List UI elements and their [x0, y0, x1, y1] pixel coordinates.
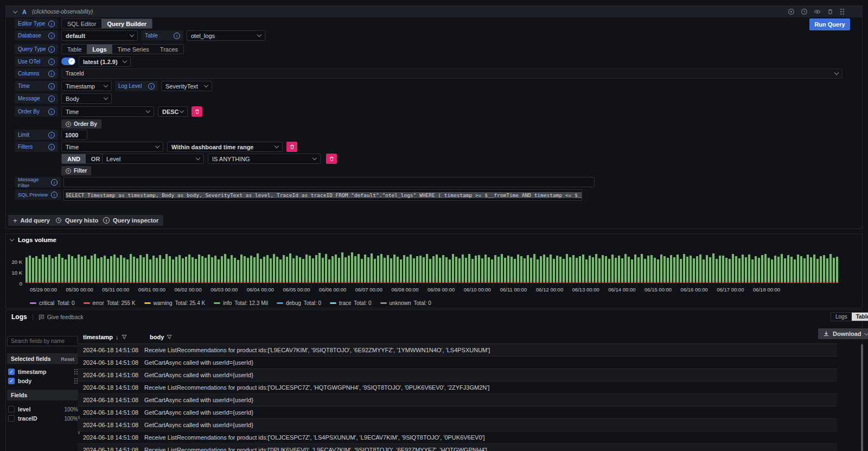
add-filter-button[interactable]: Filter	[61, 166, 91, 175]
filter2-field-select[interactable]: Level	[102, 154, 204, 164]
volume-bar	[663, 256, 666, 283]
add-query-button[interactable]: +Add query	[8, 215, 55, 226]
legend-item-debug[interactable]: debugTotal: 0	[277, 300, 321, 306]
filter1-field-select[interactable]: Time	[61, 142, 163, 152]
duplicate-query-icon[interactable]	[788, 8, 795, 15]
collapse-panel-icon[interactable]	[10, 237, 14, 241]
order-by-field-select[interactable]: Time	[61, 106, 154, 117]
reset-button[interactable]: Reset	[61, 356, 74, 362]
logs-volume-header[interactable]: Logs volume	[10, 237, 56, 243]
volume-bar	[123, 258, 125, 283]
checkbox-checked[interactable]	[8, 369, 15, 375]
search-fields-input[interactable]	[7, 336, 78, 346]
columns-multiselect[interactable]: TraceId	[61, 68, 843, 79]
info-icon[interactable]	[48, 33, 55, 39]
limit-input[interactable]	[61, 130, 87, 140]
hide-response-eye-icon[interactable]	[814, 8, 821, 15]
option-logs[interactable]: Logs	[87, 45, 112, 54]
delete-query-icon[interactable]	[827, 8, 834, 15]
info-icon[interactable]	[174, 33, 180, 39]
volume-bar	[709, 257, 711, 283]
info-icon[interactable]	[48, 96, 55, 102]
volume-bar	[494, 255, 496, 283]
query-inspector-button[interactable]: Query inspector	[98, 215, 163, 226]
chevron-down-icon	[155, 144, 159, 148]
sql-preview-code[interactable]: SELECT Timestamp as timestamp, Body as b…	[63, 189, 582, 201]
selected-field-timestamp[interactable]: timestamp	[8, 367, 78, 376]
info-icon[interactable]	[51, 179, 58, 186]
message-filter-input[interactable]	[63, 177, 595, 187]
checkbox-unchecked[interactable]	[8, 415, 15, 422]
remove-filter1-button[interactable]	[286, 142, 297, 152]
info-icon[interactable]	[48, 144, 55, 150]
filter-funnel-icon[interactable]	[167, 334, 172, 340]
run-query-button[interactable]: Run Query	[809, 18, 850, 30]
give-feedback-link[interactable]: Give feedback	[33, 314, 84, 320]
volume-bar	[553, 259, 555, 283]
legend-item-info[interactable]: infoTotal: 12.3 Mil	[214, 300, 268, 306]
volume-bar	[761, 255, 763, 283]
plus-circle-icon	[66, 122, 71, 127]
remove-order-by-button[interactable]	[192, 106, 202, 117]
view-option-table[interactable]: Table	[852, 313, 868, 321]
available-field-traceID[interactable]: traceID100%	[8, 414, 78, 423]
selected-field-body[interactable]: body	[8, 377, 78, 385]
info-icon[interactable]	[51, 192, 58, 198]
info-icon[interactable]	[48, 59, 55, 65]
option-sql-editor[interactable]: SQL Editor	[62, 19, 101, 28]
volume-bar	[100, 257, 103, 283]
filter-funnel-icon[interactable]	[122, 334, 127, 340]
message-column-select[interactable]: Body	[61, 93, 112, 104]
order-by-direction-select[interactable]: DESC	[158, 106, 188, 117]
volume-bar	[507, 256, 509, 283]
time-column-select[interactable]: Timestamp	[61, 81, 112, 91]
filter1-operator-select[interactable]: Within dashboard time range	[167, 142, 283, 152]
collapse-query-icon[interactable]	[13, 9, 17, 13]
volume-bar	[829, 254, 832, 283]
otel-version-select[interactable]: latest (1.2.9)	[79, 56, 131, 67]
checkbox-checked[interactable]	[8, 378, 15, 384]
available-field-level[interactable]: level100%	[8, 405, 78, 414]
legend-total: Total: 0	[354, 300, 371, 306]
info-icon[interactable]	[48, 46, 55, 53]
query-row-header[interactable]: A (clickhouse-observability)	[6, 6, 862, 17]
view-option-logs[interactable]: Logs	[831, 313, 852, 321]
info-icon[interactable]	[48, 21, 55, 27]
add-order-by-button[interactable]: Order By	[61, 119, 101, 129]
info-icon[interactable]	[48, 71, 55, 77]
checkbox-unchecked[interactable]	[8, 406, 15, 412]
table-select[interactable]: otel_logs	[187, 30, 265, 41]
body-column-header[interactable]: body	[150, 334, 172, 340]
info-icon[interactable]	[48, 132, 55, 138]
timestamp-column-header[interactable]: timestamp	[83, 334, 127, 340]
table-scrollbar[interactable]	[861, 344, 863, 451]
legend-item-unknown[interactable]: unknownTotal: 0	[380, 300, 431, 306]
legend-item-critical[interactable]: criticalTotal: 0	[30, 300, 75, 306]
volume-bar	[693, 258, 695, 283]
volume-bar	[478, 255, 480, 283]
sort-desc-icon[interactable]	[116, 334, 119, 340]
table-row: 2024-06-18 14:51:08GetCartAsync called w…	[78, 406, 837, 419]
log-level-select[interactable]: SeverityText	[161, 81, 212, 91]
option-query-builder[interactable]: Query Builder	[101, 19, 152, 28]
bool-option-and[interactable]: AND	[62, 154, 86, 163]
database-select[interactable]: default	[61, 30, 138, 41]
download-button[interactable]: Download	[818, 328, 868, 339]
info-icon[interactable]	[148, 83, 155, 90]
legend-item-trace[interactable]: traceTotal: 0	[330, 300, 371, 306]
use-otel-toggle[interactable]	[61, 58, 75, 65]
query-history-icon[interactable]	[801, 8, 808, 15]
legend-item-warning[interactable]: warningTotal: 25.4 K	[144, 300, 206, 306]
volume-bar	[722, 256, 724, 283]
volume-bar	[231, 255, 233, 283]
option-traces[interactable]: Traces	[155, 45, 183, 54]
remove-filter2-button[interactable]	[326, 154, 337, 164]
option-table[interactable]: Table	[62, 45, 87, 54]
info-icon[interactable]	[48, 83, 55, 90]
info-icon[interactable]	[48, 109, 55, 115]
legend-label: error	[93, 300, 104, 306]
drag-handle-icon[interactable]	[840, 8, 845, 15]
filter2-operator-select[interactable]: IS ANYTHING	[208, 154, 321, 164]
option-time-series[interactable]: Time Series	[112, 45, 155, 54]
legend-item-error[interactable]: errorTotal: 255 K	[84, 300, 136, 306]
